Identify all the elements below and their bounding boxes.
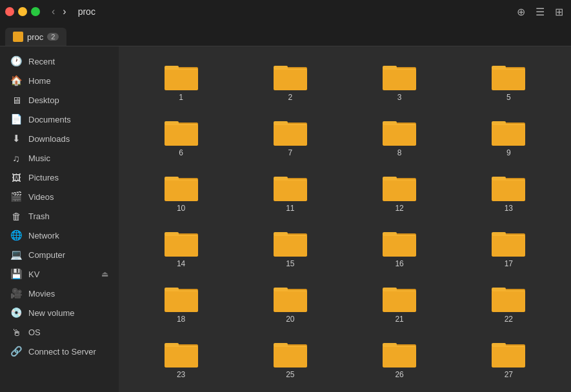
folder-label-11: 11 xyxy=(286,204,294,213)
sidebar-item-desktop[interactable]: 🖥Desktop xyxy=(0,90,119,110)
maximize-button[interactable] xyxy=(31,7,40,16)
list-view-button[interactable]: ☰ xyxy=(533,5,547,19)
folder-7[interactable]: 7 xyxy=(238,112,342,162)
computer-icon: 💻 xyxy=(10,249,22,260)
folder-15[interactable]: 15 xyxy=(238,223,342,273)
sidebar-item-recent[interactable]: 🕐Recent xyxy=(0,52,119,71)
sidebar-item-trash[interactable]: 🗑Trash xyxy=(0,206,119,226)
svg-rect-9 xyxy=(274,68,306,70)
folder-12[interactable]: 12 xyxy=(348,168,452,218)
folder-11[interactable]: 11 xyxy=(238,168,342,218)
svg-rect-104 xyxy=(165,346,197,347)
folder-27[interactable]: 27 xyxy=(457,334,561,384)
sidebar-item-home[interactable]: 🏠Home xyxy=(0,71,119,90)
sidebar-item-network[interactable]: 🌐Network xyxy=(0,226,119,245)
folder-icon-12 xyxy=(383,173,416,201)
location-icon-button[interactable]: ⊕ xyxy=(514,5,528,19)
folder-18[interactable]: 18 xyxy=(129,279,233,329)
folder-31[interactable]: 31 xyxy=(457,389,561,392)
tab-proc[interactable]: proc 2 xyxy=(5,28,66,46)
folder-icon-11 xyxy=(274,173,307,201)
folder-6[interactable]: 6 xyxy=(129,112,233,162)
back-button[interactable]: ‹ xyxy=(49,6,57,17)
folder-label-16: 16 xyxy=(395,259,403,268)
sidebar-item-label-desktop: Desktop xyxy=(28,95,108,105)
svg-rect-93 xyxy=(383,290,416,312)
folder-28[interactable]: 28 xyxy=(129,389,233,392)
folder-16[interactable]: 16 xyxy=(348,223,452,273)
main-layout: 🕐Recent🏠Home🖥Desktop📄Documents⬇Downloads… xyxy=(0,46,571,392)
grid-view-button[interactable]: ⊞ xyxy=(552,5,566,19)
sidebar-item-new-volume[interactable]: 💿New volume xyxy=(0,303,119,322)
sidebar-item-label-recent: Recent xyxy=(28,57,108,66)
sidebar-item-kv[interactable]: 💾KV⏏ xyxy=(0,264,119,284)
sidebar-item-label-home: Home xyxy=(28,76,108,86)
sidebar-item-documents[interactable]: 📄Documents xyxy=(0,110,119,129)
folder-10[interactable]: 10 xyxy=(129,168,233,218)
folder-label-9: 9 xyxy=(506,148,511,157)
folder-29[interactable]: 29 xyxy=(238,389,342,392)
sidebar-item-connect-to-server[interactable]: 🔗Connect to Server xyxy=(0,342,119,361)
titlebar-actions: ⊕ ☰ ⊞ xyxy=(514,5,566,19)
sidebar-item-pictures[interactable]: 🖼Pictures xyxy=(0,168,119,187)
folder-label-20: 20 xyxy=(286,315,294,324)
folder-13[interactable]: 13 xyxy=(457,168,561,218)
folder-3[interactable]: 3 xyxy=(348,57,452,107)
sidebar-item-os[interactable]: 🖱OS xyxy=(0,322,119,342)
pictures-icon: 🖼 xyxy=(10,172,22,183)
folder-17[interactable]: 17 xyxy=(457,223,561,273)
folder-icon-8 xyxy=(383,117,416,146)
sidebar-item-downloads[interactable]: ⬇Downloads xyxy=(0,129,119,148)
folder-icon-21 xyxy=(383,284,416,312)
folder-1[interactable]: 1 xyxy=(129,57,233,107)
eject-icon-kv[interactable]: ⏏ xyxy=(101,270,108,279)
svg-rect-38 xyxy=(492,124,525,146)
minimize-button[interactable] xyxy=(18,7,27,16)
folder-icon-7 xyxy=(274,117,307,146)
svg-rect-43 xyxy=(165,179,198,201)
sidebar-item-computer[interactable]: 💻Computer xyxy=(0,245,119,264)
folder-26[interactable]: 26 xyxy=(348,334,452,384)
folder-21[interactable]: 21 xyxy=(348,279,452,329)
folder-2[interactable]: 2 xyxy=(238,57,342,107)
svg-rect-8 xyxy=(274,68,307,90)
folder-25[interactable]: 25 xyxy=(238,334,342,384)
folder-icon-14 xyxy=(165,228,198,257)
folder-label-22: 22 xyxy=(505,315,513,324)
svg-rect-88 xyxy=(274,290,307,312)
folder-9[interactable]: 9 xyxy=(457,112,561,162)
sidebar-item-label-computer: Computer xyxy=(28,250,108,260)
svg-rect-23 xyxy=(165,124,198,146)
sidebar-item-videos[interactable]: 🎬Videos xyxy=(0,187,119,206)
tab-folder-icon xyxy=(13,32,23,42)
folder-label-5: 5 xyxy=(506,93,511,102)
folder-icon-13 xyxy=(492,173,525,201)
svg-rect-59 xyxy=(492,179,525,181)
folder-22[interactable]: 22 xyxy=(457,279,561,329)
svg-rect-13 xyxy=(383,68,416,90)
sidebar-item-label-new-volume: New volume xyxy=(28,308,108,318)
svg-rect-18 xyxy=(492,68,525,90)
folder-icon-3 xyxy=(383,62,416,90)
sidebar-item-movies[interactable]: 🎥Movies xyxy=(0,284,119,303)
folder-23[interactable]: 23 xyxy=(129,334,233,384)
sidebar-item-label-documents: Documents xyxy=(28,115,108,124)
desktop-icon: 🖥 xyxy=(10,94,22,106)
svg-rect-98 xyxy=(492,290,525,312)
sidebar-item-label-network: Network xyxy=(28,231,108,240)
folder-icon-9 xyxy=(492,117,525,146)
folder-14[interactable]: 14 xyxy=(129,223,233,273)
folder-20[interactable]: 20 xyxy=(238,279,342,329)
folder-30[interactable]: 30 xyxy=(348,389,452,392)
home-icon: 🏠 xyxy=(10,75,22,86)
forward-button[interactable]: › xyxy=(60,6,68,17)
folder-label-7: 7 xyxy=(288,148,293,157)
documents-icon: 📄 xyxy=(10,113,22,125)
folder-5[interactable]: 5 xyxy=(457,57,561,107)
folder-8[interactable]: 8 xyxy=(348,112,452,162)
svg-rect-24 xyxy=(165,124,197,125)
sidebar-item-music[interactable]: ♫Music xyxy=(0,148,119,168)
sidebar-item-label-os: OS xyxy=(28,328,108,337)
folder-label-17: 17 xyxy=(505,259,513,268)
close-button[interactable] xyxy=(5,7,14,16)
